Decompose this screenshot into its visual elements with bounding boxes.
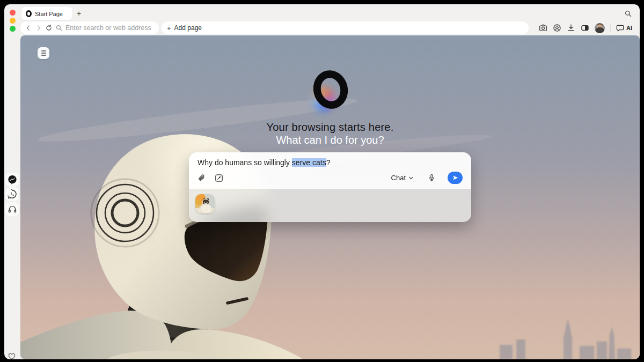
plus-icon: + — [167, 24, 171, 32]
search-tabs-icon[interactable] — [624, 10, 632, 18]
prompt-text: Why do humans so willingly serve cats? — [197, 158, 463, 167]
split-view-icon[interactable] — [581, 24, 589, 32]
messenger-icon — [8, 175, 17, 184]
mode-dropdown[interactable]: Chat — [391, 174, 414, 182]
opera-logo-icon — [26, 10, 32, 17]
ai-label: AI — [626, 25, 632, 31]
cat-photo-attachment[interactable] — [195, 194, 215, 213]
heart-icon[interactable] — [8, 352, 16, 359]
back-icon[interactable] — [25, 24, 32, 32]
add-page-button[interactable]: + Add page — [162, 21, 529, 34]
headline: Your browsing starts here. — [20, 121, 640, 134]
download-icon[interactable] — [567, 24, 575, 32]
opera-one-logo — [313, 70, 348, 109]
sidebar-item-player[interactable] — [5, 202, 19, 216]
start-page: Your browsing starts here. What can I do… — [20, 35, 640, 359]
mode-label: Chat — [391, 174, 406, 182]
whatsapp-icon — [8, 189, 17, 199]
close-window-button[interactable] — [10, 10, 16, 16]
forward-icon[interactable] — [35, 24, 42, 32]
reload-icon[interactable] — [45, 24, 53, 32]
snapshot-camera-icon[interactable] — [539, 24, 547, 32]
address-placeholder: Enter search or web address — [65, 24, 151, 32]
chevron-down-icon — [408, 175, 414, 181]
sidebar-item-messenger[interactable] — [5, 173, 19, 187]
sidebar-setup-button[interactable] — [38, 47, 49, 59]
prompt-attachments — [189, 189, 471, 222]
profile-avatar[interactable] — [595, 23, 605, 33]
add-page-label: Add page — [174, 24, 202, 32]
prompt-input[interactable]: Why do humans so willingly serve cats? C… — [189, 152, 471, 189]
send-icon — [452, 174, 459, 181]
aria-prompt-card: Why do humans so willingly serve cats? C… — [189, 152, 471, 222]
toolbar-right: AI — [539, 21, 632, 34]
attachment-paperclip-icon[interactable] — [197, 174, 206, 182]
selected-text: serve cats — [292, 158, 326, 167]
zoom-window-button[interactable] — [10, 26, 16, 32]
send-button[interactable] — [448, 172, 463, 184]
browser-window: Start Page + Enter search or web address… — [4, 4, 640, 359]
microphone-icon[interactable] — [428, 174, 436, 182]
sidebar-item-whatsapp[interactable] — [5, 187, 19, 201]
aria-ai-button[interactable]: AI — [616, 24, 632, 32]
subheadline: What can I do for you? — [20, 134, 640, 146]
tab-label: Start Page — [35, 11, 63, 17]
address-bar[interactable]: Enter search or web address — [20, 21, 159, 34]
minimize-window-button[interactable] — [10, 18, 16, 24]
soccer-ball-icon[interactable] — [553, 24, 561, 32]
capture-icon[interactable] — [215, 174, 223, 182]
toolbar-divider — [610, 24, 611, 32]
player-headphones-icon — [8, 204, 17, 214]
new-tab-button[interactable]: + — [74, 9, 84, 18]
search-icon — [55, 24, 63, 32]
tab-start-page[interactable]: Start Page — [21, 7, 72, 20]
ai-chat-bubble-icon — [616, 24, 624, 32]
